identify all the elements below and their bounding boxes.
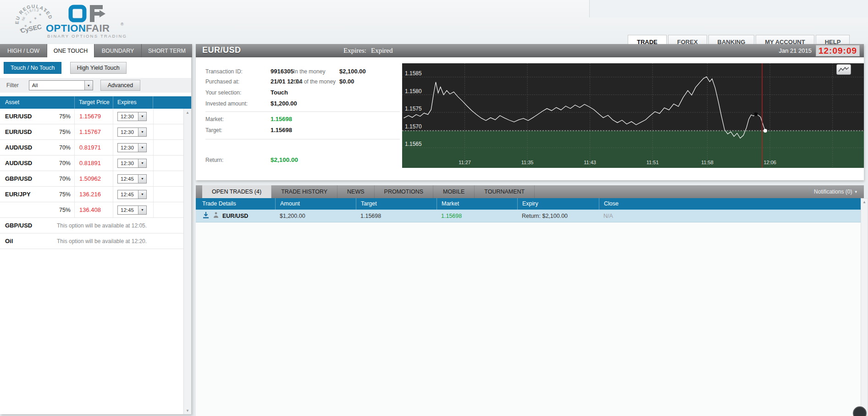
invested-value: $1,200.00 xyxy=(271,100,297,107)
asset-row-eurusd-2[interactable]: EUR/USD75% 1.15767 12:30▼ xyxy=(0,124,191,140)
filter-label: Filter xyxy=(6,82,19,89)
scroll-up-icon[interactable]: ▲ xyxy=(861,199,868,205)
svg-text:1.1580: 1.1580 xyxy=(405,88,422,94)
logo-graphic: EU REGULATED № 216/13 ★ ★ ★ ★ ★ ★ CySEC … xyxy=(4,0,141,41)
availability-message: This option will be available at 12:05. xyxy=(57,222,147,229)
asset-row-eurjpy-1[interactable]: EUR/JPY75% 136.216 12:45▼ xyxy=(0,187,191,202)
chevron-down-icon[interactable]: ▼ xyxy=(138,128,146,136)
chevron-down-icon[interactable]: ▼ xyxy=(138,175,146,183)
notifications-dropdown[interactable]: Notifications (0) ▾ xyxy=(814,185,864,198)
selection-value: Touch xyxy=(271,89,288,96)
tab-mobile[interactable]: MOBILE xyxy=(433,185,475,198)
svg-text:1.1570: 1.1570 xyxy=(405,123,422,130)
asset-table-header: Asset Target Price Expires xyxy=(0,96,191,109)
trade-market: 1.15698 xyxy=(437,213,517,219)
asset-name: EUR/JPY xyxy=(5,191,31,198)
chart-type-button[interactable] xyxy=(836,64,851,75)
header-empty xyxy=(153,96,191,109)
expiry-select[interactable]: 12:45▼ xyxy=(117,205,147,215)
header-expiry: Expiry xyxy=(517,198,599,210)
asset-target-price: 1.50962 xyxy=(79,175,101,182)
line-chart-icon xyxy=(838,67,849,72)
divider xyxy=(205,111,400,112)
svg-text:11:27: 11:27 xyxy=(459,160,471,165)
expiry-select[interactable]: 12:30▼ xyxy=(117,128,147,137)
tab-tournament[interactable]: TOURNAMENT xyxy=(475,185,535,198)
asset-row-unavailable-oil: Oil This option will be available at 12:… xyxy=(0,233,191,249)
expiry-select[interactable]: 12:45▼ xyxy=(117,190,147,199)
header-target: Target xyxy=(356,198,437,210)
trade-close: N/A xyxy=(599,213,861,219)
out-of-money-label: Out of the money xyxy=(293,78,336,85)
out-of-money-value: $0.00 xyxy=(339,78,354,85)
tab-news[interactable]: NEWS xyxy=(337,185,375,198)
asset-row-audusd-2[interactable]: AUD/USD70% 0.81891 12:30▼ xyxy=(0,155,191,171)
advanced-button[interactable]: Advanced xyxy=(100,80,141,91)
tagline: BINARY OPTIONS TRADING xyxy=(47,33,127,39)
tab-short-term[interactable]: SHORT TERM xyxy=(142,44,192,57)
scroll-down-icon[interactable]: ▼ xyxy=(184,407,191,414)
chevron-down-icon[interactable]: ▼ xyxy=(138,112,146,121)
open-trade-row[interactable]: EUR/USD $1,200.00 1.15698 1.15698 Return… xyxy=(196,210,861,222)
expiry-select[interactable]: 12:45▼ xyxy=(117,174,147,183)
bottom-tab-bar: OPEN TRADES (4) TRADE HISTORY NEWS PROMO… xyxy=(196,185,864,198)
tab-boundary[interactable]: BOUNDARY xyxy=(94,44,142,57)
target-label: Target: xyxy=(205,127,222,133)
in-the-money-label: In the money xyxy=(293,68,325,75)
touch-no-touch-button[interactable]: Touch / No Touch xyxy=(4,62,61,74)
asset-row-audusd-1[interactable]: AUD/USD70% 0.81971 12:30▼ xyxy=(0,140,191,155)
asset-row-gbpusd[interactable]: GBP/USD70% 1.50962 12:45▼ xyxy=(0,171,191,187)
filter-value: All xyxy=(32,83,38,88)
tab-trade-history[interactable]: TRADE HISTORY xyxy=(271,185,337,198)
top-right-panel xyxy=(589,0,868,17)
asset-row-eurusd-1[interactable]: EUR/USD75% 1.15679 12:30▼ xyxy=(0,109,191,124)
registered-mark: ® xyxy=(121,22,124,27)
asset-row-eurjpy-2[interactable]: 75% 136.408 12:45▼ xyxy=(0,202,191,218)
filter-select[interactable]: All ▼ xyxy=(29,80,93,90)
market-label: Market: xyxy=(205,116,224,122)
instrument-sidebar: HIGH / LOW ONE TOUCH BOUNDARY SHORT TERM… xyxy=(0,44,192,414)
asset-payout: 70% xyxy=(59,176,71,182)
svg-text:11:43: 11:43 xyxy=(584,160,596,165)
asset-payout: 75% xyxy=(59,191,71,198)
asset-payout: 75% xyxy=(59,113,71,120)
asset-target-price: 1.15679 xyxy=(79,113,101,120)
svg-text:11:58: 11:58 xyxy=(701,160,713,165)
asset-target-price: 1.15767 xyxy=(79,128,101,135)
symbol-title: EUR/USD xyxy=(202,45,241,55)
optionfair-logo: EU REGULATED № 216/13 ★ ★ ★ ★ ★ ★ CySEC … xyxy=(4,0,141,43)
market-value: 1.15698 xyxy=(271,116,292,122)
transaction-id-label: Transaction ID: xyxy=(205,68,243,75)
trades-scrollbar[interactable]: ▲ xyxy=(861,198,868,416)
chevron-down-icon[interactable]: ▼ xyxy=(138,190,146,199)
chevron-down-icon[interactable]: ▼ xyxy=(138,206,146,214)
header-target-price: Target Price xyxy=(74,96,113,109)
chevron-down-icon[interactable]: ▼ xyxy=(84,81,93,90)
sidebar-scrollbar[interactable]: ▲ ▼ xyxy=(183,109,191,414)
target-value: 1.15698 xyxy=(271,127,292,133)
header-trade-details: Trade Details xyxy=(196,198,275,210)
expiry-select[interactable]: 12:30▼ xyxy=(117,159,147,168)
digital-clock: 12:09:09 xyxy=(816,45,860,56)
tab-promotions[interactable]: PROMOTIONS xyxy=(375,185,433,198)
invested-label: Invested amount: xyxy=(205,100,248,107)
chevron-down-icon[interactable]: ▼ xyxy=(138,144,146,152)
asset-name: AUD/USD xyxy=(5,144,32,151)
trade-expiry-return: Return: $2,100.00 xyxy=(517,213,599,219)
tab-one-touch[interactable]: ONE TOUCH xyxy=(47,44,94,57)
tab-open-trades[interactable]: OPEN TRADES (4) xyxy=(202,185,271,198)
trade-panel-header: EUR/USD Expires:Expired Jan 21 2015 12:0… xyxy=(196,44,864,57)
date-label: Jan 21 2015 xyxy=(779,47,812,54)
expand-download-icon[interactable] xyxy=(202,211,210,220)
asset-target-price: 136.408 xyxy=(79,206,101,213)
chevron-down-icon[interactable]: ▼ xyxy=(138,159,146,167)
tab-high-low[interactable]: HIGH / LOW xyxy=(0,44,47,57)
trade-detail-panel: EUR/USD Expires:Expired Jan 21 2015 12:0… xyxy=(196,44,864,180)
expiry-select[interactable]: 12:30▼ xyxy=(117,143,147,152)
trader-icon xyxy=(213,212,219,220)
high-yield-touch-button[interactable]: High Yield Touch xyxy=(70,62,127,74)
expiry-select[interactable]: 12:30▼ xyxy=(117,112,147,121)
asset-name: AUD/USD xyxy=(5,160,32,166)
scroll-up-icon[interactable]: ▲ xyxy=(184,109,191,116)
touch-subtabs: Touch / No Touch High Yield Touch xyxy=(0,57,191,78)
